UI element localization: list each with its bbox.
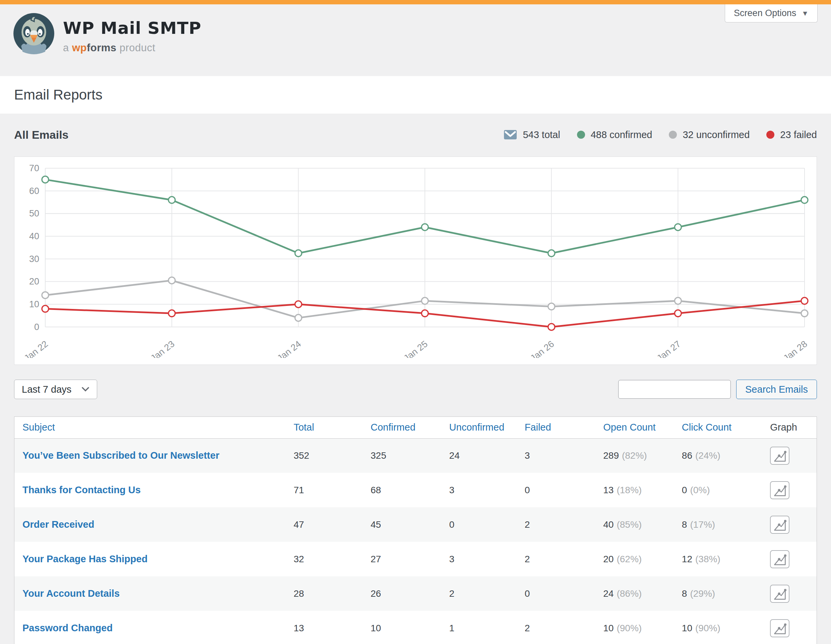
email-subject-cell: Password Changed xyxy=(14,611,285,644)
total-cell: 71 xyxy=(285,473,363,507)
app-tagline: a wpforms product xyxy=(63,42,201,54)
svg-text:30: 30 xyxy=(29,254,39,264)
unconfirmed-cell: 3 xyxy=(441,542,517,576)
page-title: Email Reports xyxy=(14,87,102,103)
table-row: You’ve Been Subscribed to Our Newsletter… xyxy=(14,438,817,473)
graph-button[interactable] xyxy=(770,516,790,534)
total-cell: 13 xyxy=(285,611,363,644)
all-emails-heading: All Emails xyxy=(14,128,69,142)
column-header-open-count[interactable]: Open Count xyxy=(595,417,674,438)
svg-text:70: 70 xyxy=(29,164,39,173)
graph-cell xyxy=(762,473,817,507)
legend-item-confirmed: 488 confirmed xyxy=(577,129,653,140)
email-subject-link[interactable]: Your Account Details xyxy=(22,588,119,599)
click-count-cell: 12(38%) xyxy=(674,542,762,576)
open-count-cell: 10(90%) xyxy=(595,611,674,644)
unconfirmed-cell: 2 xyxy=(441,576,517,611)
email-subject-cell: Your Package Has Shipped xyxy=(14,542,285,576)
confirmed-cell: 325 xyxy=(363,438,441,473)
caret-down-icon: ▼ xyxy=(802,10,809,17)
total-cell: 47 xyxy=(285,507,363,542)
column-header-failed[interactable]: Failed xyxy=(517,417,595,438)
column-header-confirmed[interactable]: Confirmed xyxy=(363,417,441,438)
table-row: Password Changed13101210(90%)10(90%) xyxy=(14,611,817,644)
unconfirmed-cell: 1 xyxy=(441,611,517,644)
click-count-cell: 8(17%) xyxy=(674,507,762,542)
email-subject-cell: Thanks for Contacting Us xyxy=(14,473,285,507)
svg-text:0: 0 xyxy=(34,322,39,332)
column-header-click-count[interactable]: Click Count xyxy=(674,417,762,438)
failed-cell: 3 xyxy=(517,438,595,473)
table-row: Thanks for Contacting Us71683013(18%)0(0… xyxy=(14,473,817,507)
email-subject-link[interactable]: Thanks for Contacting Us xyxy=(22,485,141,495)
email-subject-link[interactable]: Password Changed xyxy=(22,623,113,633)
mini-chart-icon xyxy=(772,518,787,532)
page-title-band: Email Reports xyxy=(0,76,831,114)
emails-line-chart: 010203040506070Jan 22Jan 23Jan 24Jan 25J… xyxy=(21,164,810,358)
total-cell: 28 xyxy=(285,576,363,611)
svg-text:Jan 26: Jan 26 xyxy=(529,339,556,358)
app-title: WP Mail SMTP xyxy=(63,18,201,38)
mini-chart-icon xyxy=(772,621,787,635)
graph-button[interactable] xyxy=(770,447,790,465)
confirmed-cell: 45 xyxy=(363,507,441,542)
svg-text:Jan 28: Jan 28 xyxy=(782,339,809,358)
mini-chart-icon xyxy=(772,587,787,601)
column-header-total[interactable]: Total xyxy=(285,417,363,438)
open-count-cell: 13(18%) xyxy=(595,473,674,507)
total-cell: 32 xyxy=(285,542,363,576)
failed-cell: 2 xyxy=(517,507,595,542)
date-range-select[interactable]: Last 7 days xyxy=(14,380,97,399)
confirmed-cell: 27 xyxy=(363,542,441,576)
screen-options-label: Screen Options xyxy=(734,8,796,18)
mini-chart-icon xyxy=(772,552,787,566)
svg-text:10: 10 xyxy=(29,299,39,309)
failed-cell: 2 xyxy=(517,542,595,576)
svg-text:Jan 23: Jan 23 xyxy=(149,339,176,358)
graph-cell xyxy=(762,576,817,611)
email-subject-cell: Order Received xyxy=(14,507,285,542)
screen-options-button[interactable]: Screen Options ▼ xyxy=(725,4,818,22)
graph-button[interactable] xyxy=(770,619,790,637)
graph-button[interactable] xyxy=(770,481,790,499)
open-count-cell: 24(86%) xyxy=(595,576,674,611)
chevron-down-icon xyxy=(81,387,89,392)
table-row: Your Package Has Shipped32273220(62%)12(… xyxy=(14,542,817,576)
graph-cell xyxy=(762,542,817,576)
search-emails-button[interactable]: Search Emails xyxy=(736,380,817,399)
confirmed-cell: 68 xyxy=(363,473,441,507)
confirmed-cell: 10 xyxy=(363,611,441,644)
email-reports-table: Subject Total Confirmed Unconfirmed Fail… xyxy=(14,417,817,644)
failed-cell: 0 xyxy=(517,473,595,507)
graph-button[interactable] xyxy=(770,585,790,603)
confirmed-dot-icon xyxy=(577,131,585,139)
svg-text:Jan 25: Jan 25 xyxy=(402,339,429,358)
open-count-cell: 289(82%) xyxy=(595,438,674,473)
graph-button[interactable] xyxy=(770,550,790,568)
mini-chart-icon xyxy=(772,483,787,497)
failed-cell: 2 xyxy=(517,611,595,644)
email-subject-cell: You’ve Been Subscribed to Our Newsletter xyxy=(14,438,285,473)
search-input[interactable] xyxy=(618,380,731,399)
top-accent-bar xyxy=(0,0,831,4)
email-subject-link[interactable]: You’ve Been Subscribed to Our Newsletter xyxy=(22,450,220,461)
svg-text:50: 50 xyxy=(29,208,39,218)
unconfirmed-cell: 24 xyxy=(441,438,517,473)
svg-text:20: 20 xyxy=(29,277,39,286)
legend-item-total: 543 total xyxy=(504,129,560,140)
column-header-unconfirmed[interactable]: Unconfirmed xyxy=(441,417,517,438)
email-subject-link[interactable]: Order Received xyxy=(22,519,94,530)
unconfirmed-cell: 3 xyxy=(441,473,517,507)
svg-text:Jan 27: Jan 27 xyxy=(655,339,683,358)
table-header-row: Subject Total Confirmed Unconfirmed Fail… xyxy=(14,417,817,438)
column-header-subject[interactable]: Subject xyxy=(14,417,285,438)
wpforms-brand-wp: wp xyxy=(72,42,87,54)
svg-text:60: 60 xyxy=(29,186,39,196)
chart-legend: 543 total 488 confirmed 32 unconfirmed 2… xyxy=(504,129,817,140)
open-count-cell: 40(85%) xyxy=(595,507,674,542)
plugin-header: WP Mail SMTP a wpforms product Screen Op… xyxy=(0,4,831,76)
graph-cell xyxy=(762,507,817,542)
email-subject-link[interactable]: Your Package Has Shipped xyxy=(22,553,147,564)
email-subject-cell: Your Account Details xyxy=(14,576,285,611)
table-row: Order Received47450240(85%)8(17%) xyxy=(14,507,817,542)
